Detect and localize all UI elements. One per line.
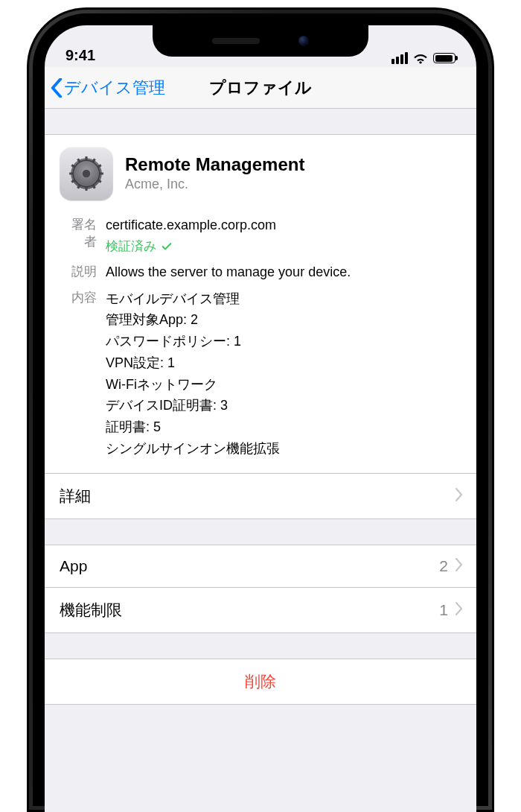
description-value: Allows the server to manage your device. [106,262,461,282]
profile-name: Remote Management [125,155,304,174]
content-item: シングルサインオン機能拡張 [106,438,461,460]
contents-list: モバイルデバイス管理 管理対象App: 2 パスワードポリシー: 1 VPN設定… [106,288,461,460]
delete-button[interactable]: 削除 [45,659,476,705]
chevron-right-icon [456,601,463,619]
app-label: App [60,557,87,575]
delete-label: 削除 [245,673,276,690]
back-button-label: デバイス管理 [64,77,165,99]
contents-label: 内容 [60,288,106,460]
verified-label: 検証済み [106,237,156,256]
restrictions-row[interactable]: 機能制限 1 [45,587,476,632]
checkmark-icon [161,241,173,253]
details-label: 詳細 [60,486,91,507]
signer-label: 署名者 [60,215,106,256]
notch [153,25,368,57]
wifi-icon [412,52,429,64]
details-row[interactable]: 詳細 [45,474,476,519]
content-item: デバイスID証明書: 3 [106,395,461,416]
navigation-bar: デバイス管理 プロファイル [45,67,476,109]
status-time: 9:41 [65,47,95,64]
restrictions-label: 機能制限 [60,600,122,621]
signer-value: certificate.example.corp.com [106,215,461,235]
restrictions-count: 1 [439,601,448,619]
content-item: 証明書: 5 [106,416,461,438]
svg-point-1 [83,170,90,177]
settings-gear-icon [60,147,113,200]
content-item: パスワードポリシー: 1 [106,331,461,352]
chevron-right-icon [456,487,463,505]
speaker-grille [212,38,260,44]
profile-info-cell: Remote Management Acme, Inc. 署名者 certifi… [45,134,476,474]
battery-icon [433,53,456,63]
chevron-right-icon [456,557,463,575]
app-row[interactable]: App 2 [45,545,476,587]
phone-frame: 9:41 デバイス管理 プロファイル [27,7,494,812]
profile-organization: Acme, Inc. [125,177,304,192]
content-item: VPN設定: 1 [106,352,461,374]
cellular-signal-icon [390,52,408,64]
content-item: Wi-Fiネットワーク [106,374,461,396]
content-item: モバイルデバイス管理 [106,288,461,310]
front-camera [298,36,309,46]
verified-badge: 検証済み [106,237,461,256]
description-label: 説明 [60,262,106,282]
back-button[interactable]: デバイス管理 [51,77,165,99]
app-count: 2 [439,557,448,575]
content-item: 管理対象App: 2 [106,309,461,331]
